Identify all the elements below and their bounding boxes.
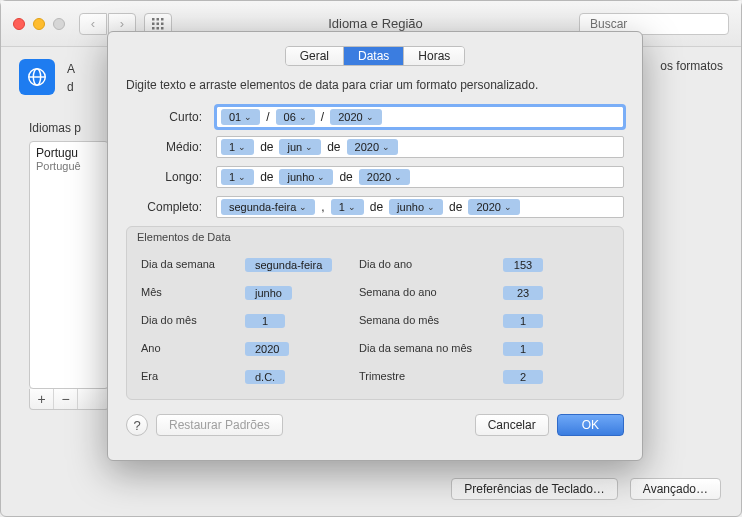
remove-button[interactable]: − — [54, 389, 78, 409]
weekofmonth-label: Semana do mês — [359, 314, 499, 326]
languages-label: Idiomas p — [29, 121, 109, 135]
year-token[interactable]: 2020⌄ — [330, 109, 381, 125]
tab-general[interactable]: Geral — [286, 47, 344, 65]
month-token[interactable]: junho⌄ — [389, 199, 443, 215]
dayofmonth-label: Dia do mês — [141, 314, 241, 326]
svg-rect-4 — [157, 22, 160, 25]
search-input[interactable] — [590, 17, 740, 31]
era-element[interactable]: d.C. — [245, 370, 285, 384]
globe-icon — [19, 59, 55, 95]
minimize-window-button[interactable] — [33, 18, 45, 30]
weekofmonth-element[interactable]: 1 — [503, 314, 543, 328]
chevron-down-icon: ⌄ — [504, 202, 512, 212]
year-element[interactable]: 2020 — [245, 342, 289, 356]
day-token[interactable]: 1⌄ — [221, 139, 254, 155]
add-button[interactable]: + — [30, 389, 54, 409]
dayofyear-element[interactable]: 153 — [503, 258, 543, 272]
chevron-down-icon: ⌄ — [238, 172, 246, 182]
chevron-down-icon: ⌄ — [317, 172, 325, 182]
weekofyear-element[interactable]: 23 — [503, 286, 543, 300]
year-token[interactable]: 2020⌄ — [347, 139, 398, 155]
separator: de — [325, 140, 342, 154]
svg-rect-8 — [161, 27, 164, 30]
long-format-field[interactable]: 1⌄ de junho⌄ de 2020⌄ — [216, 166, 624, 188]
ok-button[interactable]: OK — [557, 414, 624, 436]
day-token[interactable]: 1⌄ — [331, 199, 364, 215]
dayofmonth-element[interactable]: 1 — [245, 314, 285, 328]
day-token[interactable]: 01⌄ — [221, 109, 260, 125]
bg-text-a: A — [67, 62, 75, 76]
list-toolbar: + − — [29, 389, 109, 410]
full-label: Completo: — [126, 200, 216, 214]
advanced-button[interactable]: Avançado… — [630, 478, 721, 500]
cancel-button[interactable]: Cancelar — [475, 414, 549, 436]
svg-rect-3 — [152, 22, 155, 25]
keyboard-prefs-button[interactable]: Preferências de Teclado… — [451, 478, 618, 500]
quarter-element[interactable]: 2 — [503, 370, 543, 384]
chevron-down-icon: ⌄ — [238, 142, 246, 152]
languages-sidebar: Idiomas p Portugu Portuguê + − — [29, 121, 109, 410]
month-token[interactable]: 06⌄ — [276, 109, 315, 125]
chevron-down-icon: ⌄ — [244, 112, 252, 122]
help-button[interactable]: ? — [126, 414, 148, 436]
long-label: Longo: — [126, 170, 216, 184]
chevron-down-icon: ⌄ — [305, 142, 313, 152]
month-token[interactable]: junho⌄ — [279, 169, 333, 185]
tab-dates[interactable]: Datas — [344, 47, 404, 65]
list-item-sub: Portuguê — [36, 160, 102, 172]
bg-text-formats: os formatos — [660, 59, 723, 73]
restore-defaults-button[interactable]: Restaurar Padrões — [156, 414, 283, 436]
dayofyear-label: Dia do ano — [359, 258, 499, 270]
date-format-sheet: Geral Datas Horas Digite texto e arraste… — [107, 31, 643, 461]
svg-rect-5 — [161, 22, 164, 25]
year-label: Ano — [141, 342, 241, 354]
grid-icon — [152, 18, 164, 30]
quarter-label: Trimestre — [359, 370, 499, 382]
chevron-down-icon: ⌄ — [382, 142, 390, 152]
medium-format-field[interactable]: 1⌄ de jun⌄ de 2020⌄ — [216, 136, 624, 158]
chevron-right-icon: › — [120, 16, 124, 31]
medium-label: Médio: — [126, 140, 216, 154]
weekdayinmonth-label: Dia da semana no mês — [359, 342, 499, 354]
month-token[interactable]: jun⌄ — [279, 139, 321, 155]
tab-times[interactable]: Horas — [404, 47, 464, 65]
back-button[interactable]: ‹ — [79, 13, 107, 35]
tab-segmented-control: Geral Datas Horas — [285, 46, 466, 66]
weekday-label: Dia da semana — [141, 258, 241, 270]
year-token[interactable]: 2020⌄ — [468, 199, 519, 215]
chevron-down-icon: ⌄ — [299, 202, 307, 212]
chevron-down-icon: ⌄ — [299, 112, 307, 122]
elements-title: Elementos de Data — [127, 227, 623, 247]
weekofyear-label: Semana do ano — [359, 286, 499, 298]
date-elements-panel: Elementos de Data Dia da semana segunda-… — [126, 226, 624, 400]
month-element[interactable]: junho — [245, 286, 292, 300]
background-footer: Preferências de Teclado… Avançado… — [451, 478, 721, 500]
separator: / — [319, 110, 326, 124]
separator: de — [337, 170, 354, 184]
full-format-field[interactable]: segunda-feira⌄ , 1⌄ de junho⌄ de 2020⌄ — [216, 196, 624, 218]
list-item[interactable]: Portugu — [36, 146, 102, 160]
zoom-window-button — [53, 18, 65, 30]
svg-rect-6 — [152, 27, 155, 30]
traffic-lights — [13, 18, 65, 30]
weekday-element[interactable]: segunda-feira — [245, 258, 332, 272]
weekdayinmonth-element[interactable]: 1 — [503, 342, 543, 356]
chevron-down-icon: ⌄ — [366, 112, 374, 122]
chevron-down-icon: ⌄ — [348, 202, 356, 212]
day-token[interactable]: 1⌄ — [221, 169, 254, 185]
separator: , — [319, 200, 326, 214]
separator: de — [258, 140, 275, 154]
separator: de — [258, 170, 275, 184]
short-format-field[interactable]: 01⌄ / 06⌄ / 2020⌄ — [216, 106, 624, 128]
month-label: Mês — [141, 286, 241, 298]
era-label: Era — [141, 370, 241, 382]
close-window-button[interactable] — [13, 18, 25, 30]
bg-text-d: d — [67, 80, 74, 94]
languages-list[interactable]: Portugu Portuguê — [29, 141, 109, 389]
year-token[interactable]: 2020⌄ — [359, 169, 410, 185]
chevron-down-icon: ⌄ — [427, 202, 435, 212]
sheet-description: Digite texto e arraste elementos de data… — [126, 78, 624, 92]
window-title: Idioma e Região — [172, 16, 579, 31]
weekday-token[interactable]: segunda-feira⌄ — [221, 199, 315, 215]
separator: de — [368, 200, 385, 214]
